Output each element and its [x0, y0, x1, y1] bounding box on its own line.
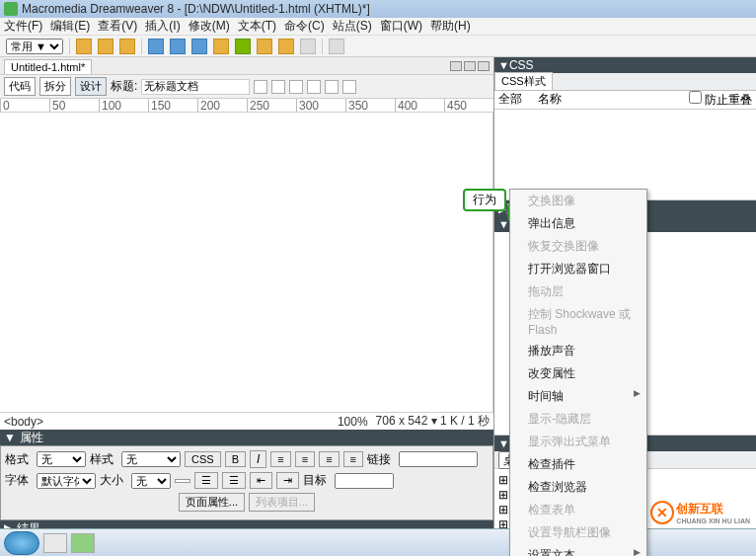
image-icon[interactable]	[191, 39, 207, 54]
col-name: 名称	[538, 91, 577, 108]
prevent-overlap-checkbox[interactable]	[689, 91, 702, 104]
bold-button[interactable]: B	[225, 451, 246, 467]
task-explorer[interactable]	[43, 533, 67, 553]
document-pane: Untitled-1.html* 代码 拆分 设计 标题: 0501001502…	[0, 57, 494, 536]
menu-insert[interactable]: 插入(I)	[145, 18, 180, 35]
document-tab[interactable]: Untitled-1.html*	[4, 59, 92, 74]
align-justify-button[interactable]: ≡	[343, 451, 363, 467]
comment-icon[interactable]	[278, 39, 294, 54]
server-icon[interactable]	[257, 39, 272, 54]
menu-site[interactable]: 站点(S)	[333, 18, 372, 35]
align-left-button[interactable]: ≡	[270, 451, 290, 467]
menu-item[interactable]: 时间轴	[510, 385, 646, 408]
css-button[interactable]: CSS	[185, 451, 221, 467]
doc-dimensions[interactable]: 706 x 542 ▾ 1 K / 1 秒	[376, 413, 490, 430]
start-button[interactable]	[4, 531, 39, 555]
list-ol-button[interactable]: ☰	[222, 472, 246, 489]
template-icon[interactable]	[300, 39, 316, 54]
list-ul-button[interactable]: ☰	[194, 472, 218, 489]
menu-item[interactable]: 检查插件	[510, 453, 646, 476]
align-right-button[interactable]: ≡	[319, 451, 339, 467]
options-icon[interactable]	[307, 80, 321, 94]
css-list-body[interactable]	[494, 110, 756, 200]
menu-window[interactable]: 窗口(W)	[380, 18, 422, 35]
css-list-header: 全部 名称 防止重叠	[494, 91, 756, 111]
style-label: 样式	[90, 451, 117, 468]
indent-button[interactable]: ⇥	[276, 472, 299, 489]
menu-help[interactable]: 帮助(H)	[430, 18, 471, 35]
menu-text[interactable]: 文本(T)	[238, 18, 276, 35]
code-view-button[interactable]: 代码	[4, 77, 36, 96]
behaviors-tab[interactable]: 行为	[463, 189, 506, 211]
menu-item[interactable]: 改变属性	[510, 362, 646, 385]
menu-commands[interactable]: 命令(C)	[284, 18, 325, 35]
font-label: 字体	[5, 472, 33, 489]
menu-item[interactable]: 弹出信息	[510, 212, 646, 235]
restore-icon[interactable]	[464, 61, 476, 71]
menu-view[interactable]: 查看(V)	[98, 18, 137, 35]
collapse-icon: ▼	[4, 431, 16, 444]
italic-button[interactable]: I	[250, 450, 266, 468]
document-tabbar: Untitled-1.html*	[0, 57, 493, 75]
css-styles-tab[interactable]: CSS样式	[494, 72, 553, 90]
color-swatch[interactable]	[175, 479, 190, 483]
outdent-button[interactable]: ⇤	[250, 472, 272, 489]
format-label: 格式	[5, 451, 33, 468]
page-title-input[interactable]	[141, 79, 250, 95]
document-toolbar: 代码 拆分 设计 标题:	[0, 75, 493, 99]
insert-toolbar: 常用 ▼	[0, 36, 756, 57]
size-select[interactable]: 无	[131, 473, 171, 489]
target-input[interactable]	[335, 473, 394, 489]
menu-edit[interactable]: 编辑(E)	[50, 18, 90, 35]
validate-icon[interactable]	[254, 80, 267, 94]
separator	[141, 39, 142, 54]
date-icon[interactable]	[235, 39, 251, 54]
design-canvas[interactable]	[0, 113, 493, 412]
css-tab-row: CSS样式	[494, 73, 756, 91]
properties-header[interactable]: ▼ 属性	[0, 430, 493, 445]
split-view-button[interactable]: 拆分	[39, 77, 71, 96]
check-icon[interactable]	[342, 80, 356, 94]
menu-item: 检查表单	[510, 499, 646, 521]
zoom-level[interactable]: 100%	[338, 415, 368, 429]
close-icon[interactable]	[478, 61, 490, 71]
link-input[interactable]	[399, 451, 478, 467]
menu-item[interactable]: 检查浏览器	[510, 476, 646, 499]
list-item-button[interactable]: 列表项目...	[249, 493, 315, 512]
preview-icon[interactable]	[271, 80, 285, 94]
menu-item[interactable]: 播放声音	[510, 340, 646, 362]
menu-item[interactable]: 打开浏览器窗口	[510, 258, 646, 280]
menu-item: 控制 Shockwave 或 Flash	[510, 303, 646, 340]
menu-modify[interactable]: 修改(M)	[189, 18, 230, 35]
css-panel-header[interactable]: ▼ CSS	[494, 57, 756, 73]
align-center-button[interactable]: ≡	[295, 451, 315, 467]
layer-icon[interactable]	[170, 39, 186, 54]
link-icon[interactable]	[76, 39, 92, 54]
visual-icon[interactable]	[325, 80, 339, 94]
menu-file[interactable]: 文件(F)	[4, 18, 42, 35]
style-select[interactable]: 无	[121, 451, 181, 467]
table-icon[interactable]	[148, 39, 164, 54]
anchor-icon[interactable]	[119, 39, 135, 54]
font-select[interactable]: 默认字体	[37, 473, 96, 489]
media-icon[interactable]	[213, 39, 229, 54]
app-icon	[4, 2, 18, 16]
size-label: 大小	[100, 472, 127, 489]
menu-item: 显示-隐藏层	[510, 408, 646, 431]
separator	[322, 39, 323, 54]
tag-icon[interactable]	[329, 39, 344, 54]
page-properties-button[interactable]: 页面属性...	[179, 493, 245, 512]
format-select[interactable]: 无	[37, 451, 86, 467]
window-title: Macromedia Dreamweaver 8 - [D:\NDW\Untit…	[22, 2, 370, 16]
email-icon[interactable]	[98, 39, 113, 54]
refresh-icon[interactable]	[289, 80, 303, 94]
menu-item[interactable]: 设置文本	[510, 544, 646, 556]
title-label: 标题:	[111, 78, 137, 95]
insert-category[interactable]: 常用 ▼	[6, 39, 63, 54]
behaviors-context-menu: 交换图像弹出信息恢复交换图像打开浏览器窗口拖动层控制 Shockwave 或 F…	[509, 189, 647, 556]
minimize-icon[interactable]	[450, 61, 462, 71]
task-dreamweaver[interactable]	[71, 533, 95, 553]
design-view-button[interactable]: 设计	[75, 77, 107, 96]
horizontal-ruler: 050100150200250300350400450	[0, 99, 493, 113]
tag-selector[interactable]: <body>	[4, 415, 43, 429]
